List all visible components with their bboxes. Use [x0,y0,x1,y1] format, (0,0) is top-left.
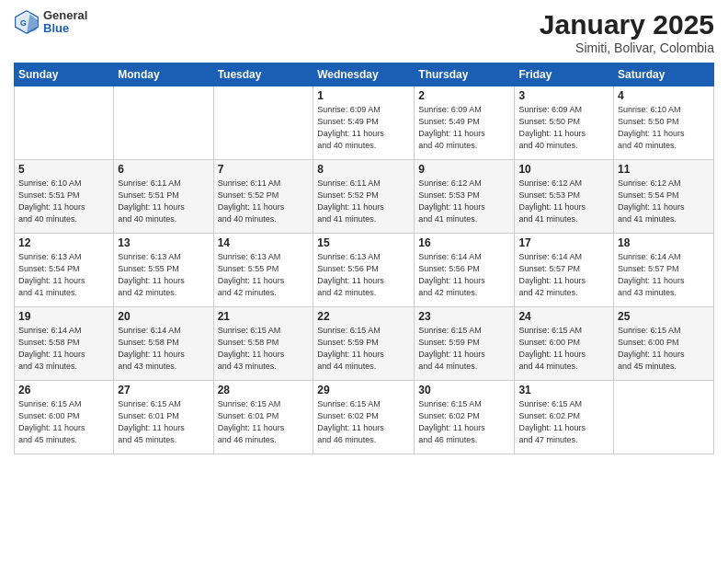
day-number: 27 [118,384,209,396]
day-number: 29 [317,384,410,396]
calendar-cell [213,86,313,160]
calendar-cell: 18Sunrise: 6:14 AM Sunset: 5:57 PM Dayli… [614,234,714,307]
day-info: Sunrise: 6:15 AM Sunset: 5:59 PM Dayligh… [418,325,510,373]
calendar-cell: 16Sunrise: 6:14 AM Sunset: 5:56 PM Dayli… [415,234,515,307]
day-info: Sunrise: 6:11 AM Sunset: 5:52 PM Dayligh… [218,178,310,225]
logo-blue-text: Blue [43,22,87,35]
calendar-cell: 20Sunrise: 6:14 AM Sunset: 5:58 PM Dayli… [114,307,213,381]
day-number: 10 [518,163,609,176]
calendar-cell: 26Sunrise: 6:15 AM Sunset: 6:00 PM Dayli… [15,381,114,454]
weekday-header: Thursday [415,63,515,86]
day-number: 16 [418,236,510,249]
day-number: 12 [18,236,109,249]
calendar-cell: 9Sunrise: 6:12 AM Sunset: 5:53 PM Daylig… [415,160,515,234]
calendar-cell: 15Sunrise: 6:13 AM Sunset: 5:56 PM Dayli… [313,234,415,307]
calendar-cell [114,86,213,160]
calendar-cell: 2Sunrise: 6:09 AM Sunset: 5:49 PM Daylig… [415,86,515,160]
day-info: Sunrise: 6:14 AM Sunset: 5:58 PM Dayligh… [18,325,109,373]
day-number: 24 [518,310,609,323]
calendar-cell [15,86,114,160]
calendar-cell: 28Sunrise: 6:15 AM Sunset: 6:01 PM Dayli… [213,381,313,454]
day-info: Sunrise: 6:12 AM Sunset: 5:53 PM Dayligh… [518,178,609,225]
day-number: 13 [118,236,209,249]
weekday-header: Saturday [614,63,714,86]
day-number: 17 [518,236,609,249]
day-number: 4 [618,89,710,102]
day-info: Sunrise: 6:11 AM Sunset: 5:52 PM Dayligh… [317,178,410,225]
day-info: Sunrise: 6:09 AM Sunset: 5:50 PM Dayligh… [518,104,609,152]
day-number: 8 [317,163,410,176]
day-info: Sunrise: 6:15 AM Sunset: 6:00 PM Dayligh… [618,325,710,373]
logo-general-text: General [43,9,87,22]
calendar-cell: 10Sunrise: 6:12 AM Sunset: 5:53 PM Dayli… [515,160,614,234]
day-info: Sunrise: 6:13 AM Sunset: 5:54 PM Dayligh… [18,251,109,299]
day-info: Sunrise: 6:15 AM Sunset: 6:00 PM Dayligh… [518,325,609,373]
day-info: Sunrise: 6:14 AM Sunset: 5:57 PM Dayligh… [618,251,710,299]
day-info: Sunrise: 6:15 AM Sunset: 6:02 PM Dayligh… [317,398,410,446]
calendar-cell: 14Sunrise: 6:13 AM Sunset: 5:55 PM Dayli… [213,234,313,307]
day-number: 3 [518,89,609,102]
calendar-cell: 4Sunrise: 6:10 AM Sunset: 5:50 PM Daylig… [614,86,714,160]
day-number: 23 [418,310,510,323]
weekday-header: Friday [515,63,614,86]
calendar-cell: 3Sunrise: 6:09 AM Sunset: 5:50 PM Daylig… [515,86,614,160]
calendar-cell: 21Sunrise: 6:15 AM Sunset: 5:58 PM Dayli… [213,307,313,381]
logo: G General Blue [14,9,87,36]
weekday-header: Wednesday [313,63,415,86]
day-number: 28 [218,384,310,396]
calendar-cell: 7Sunrise: 6:11 AM Sunset: 5:52 PM Daylig… [213,160,313,234]
day-info: Sunrise: 6:15 AM Sunset: 5:59 PM Dayligh… [317,325,410,373]
weekday-header: Sunday [15,63,114,86]
day-info: Sunrise: 6:15 AM Sunset: 6:01 PM Dayligh… [118,398,209,446]
day-number: 30 [418,384,510,396]
day-info: Sunrise: 6:14 AM Sunset: 5:57 PM Dayligh… [518,251,609,299]
calendar-cell: 25Sunrise: 6:15 AM Sunset: 6:00 PM Dayli… [614,307,714,381]
day-number: 14 [218,236,310,249]
calendar-cell: 13Sunrise: 6:13 AM Sunset: 5:55 PM Dayli… [114,234,213,307]
day-number: 11 [618,163,710,176]
page: G General Blue January 2025 Simiti, Boli… [0,0,728,563]
day-number: 7 [218,163,310,176]
day-info: Sunrise: 6:10 AM Sunset: 5:51 PM Dayligh… [18,178,109,225]
calendar-cell: 17Sunrise: 6:14 AM Sunset: 5:57 PM Dayli… [515,234,614,307]
day-info: Sunrise: 6:15 AM Sunset: 6:02 PM Dayligh… [518,398,609,446]
day-info: Sunrise: 6:15 AM Sunset: 6:02 PM Dayligh… [418,398,510,446]
day-number: 22 [317,310,410,323]
calendar-cell: 23Sunrise: 6:15 AM Sunset: 5:59 PM Dayli… [415,307,515,381]
day-info: Sunrise: 6:15 AM Sunset: 5:58 PM Dayligh… [218,325,310,373]
day-info: Sunrise: 6:14 AM Sunset: 5:58 PM Dayligh… [118,325,209,373]
calendar-cell: 6Sunrise: 6:11 AM Sunset: 5:51 PM Daylig… [114,160,213,234]
location: Simiti, Bolivar, Colombia [540,40,714,55]
calendar-week-row: 5Sunrise: 6:10 AM Sunset: 5:51 PM Daylig… [15,160,714,234]
calendar-cell: 1Sunrise: 6:09 AM Sunset: 5:49 PM Daylig… [313,86,415,160]
day-info: Sunrise: 6:13 AM Sunset: 5:55 PM Dayligh… [118,251,209,299]
calendar-cell: 31Sunrise: 6:15 AM Sunset: 6:02 PM Dayli… [515,381,614,454]
day-info: Sunrise: 6:13 AM Sunset: 5:56 PM Dayligh… [317,251,410,299]
calendar-cell: 8Sunrise: 6:11 AM Sunset: 5:52 PM Daylig… [313,160,415,234]
calendar-cell [614,381,714,454]
header: G General Blue January 2025 Simiti, Boli… [14,9,714,55]
logo-icon: G [14,9,40,35]
day-info: Sunrise: 6:09 AM Sunset: 5:49 PM Dayligh… [317,104,410,152]
calendar-week-row: 12Sunrise: 6:13 AM Sunset: 5:54 PM Dayli… [15,234,714,307]
day-number: 31 [518,384,609,396]
logo-text: General Blue [43,9,87,36]
day-number: 21 [218,310,310,323]
day-info: Sunrise: 6:10 AM Sunset: 5:50 PM Dayligh… [618,104,710,152]
calendar-cell: 22Sunrise: 6:15 AM Sunset: 5:59 PM Dayli… [313,307,415,381]
day-number: 20 [118,310,209,323]
day-info: Sunrise: 6:15 AM Sunset: 6:01 PM Dayligh… [218,398,310,446]
day-info: Sunrise: 6:12 AM Sunset: 5:54 PM Dayligh… [618,178,710,225]
day-info: Sunrise: 6:13 AM Sunset: 5:55 PM Dayligh… [218,251,310,299]
day-info: Sunrise: 6:14 AM Sunset: 5:56 PM Dayligh… [418,251,510,299]
calendar-week-row: 19Sunrise: 6:14 AM Sunset: 5:58 PM Dayli… [15,307,714,381]
weekday-header: Monday [114,63,213,86]
calendar-cell: 5Sunrise: 6:10 AM Sunset: 5:51 PM Daylig… [15,160,114,234]
day-info: Sunrise: 6:09 AM Sunset: 5:49 PM Dayligh… [418,104,510,152]
day-number: 15 [317,236,410,249]
calendar-cell: 12Sunrise: 6:13 AM Sunset: 5:54 PM Dayli… [15,234,114,307]
day-info: Sunrise: 6:12 AM Sunset: 5:53 PM Dayligh… [418,178,510,225]
day-number: 5 [18,163,109,176]
day-number: 1 [317,89,410,102]
calendar-week-row: 1Sunrise: 6:09 AM Sunset: 5:49 PM Daylig… [15,86,714,160]
